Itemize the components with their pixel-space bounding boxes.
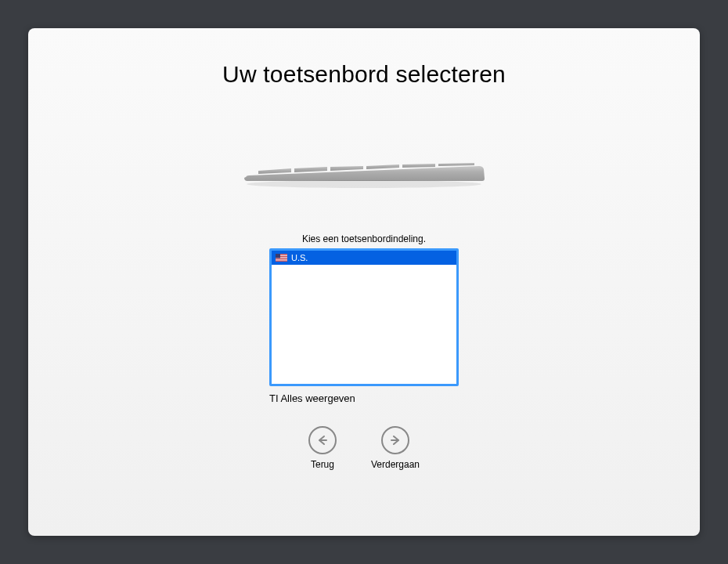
setup-assistant-panel: Uw toetsenbord selecteren	[28, 28, 700, 536]
instruction-label: Kies een toetsenbordindeling.	[302, 233, 426, 244]
arrow-left-icon	[308, 426, 337, 454]
navigation-buttons: Terug Verdergaan	[308, 426, 420, 470]
keyboard-layout-list[interactable]: U.S.	[269, 248, 459, 386]
layout-item-label: U.S.	[291, 253, 308, 262]
svg-point-0	[247, 180, 481, 188]
us-flag-icon	[276, 254, 287, 262]
show-all-label: TI Alles weergeven	[269, 392, 355, 404]
arrow-right-icon	[381, 426, 409, 454]
back-label: Terug	[311, 459, 334, 470]
svg-rect-5	[276, 258, 287, 258]
layout-item-us[interactable]: U.S.	[272, 251, 456, 265]
page-title: Uw toetsenbord selecteren	[222, 61, 506, 88]
continue-button[interactable]: Verdergaan	[371, 426, 420, 470]
continue-label: Verdergaan	[371, 459, 420, 470]
show-all-toggle[interactable]: TI Alles weergeven	[269, 392, 459, 404]
keyboard-illustration	[243, 158, 485, 191]
back-button[interactable]: Terug	[308, 426, 337, 470]
svg-rect-6	[276, 259, 287, 260]
svg-rect-8	[276, 254, 280, 258]
svg-rect-7	[276, 260, 287, 261]
